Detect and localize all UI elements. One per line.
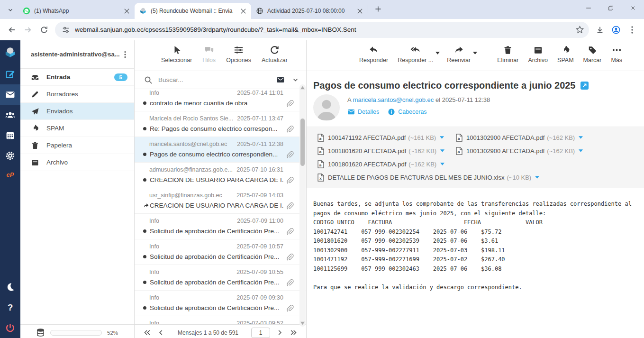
browser-tab[interactable]: (5) Roundcube Webmail :: Envia bbox=[135, 3, 251, 19]
profile-button[interactable] bbox=[608, 22, 624, 38]
browser-toolbar: webmail.sanjuan.gob.ec/cpsess1535909589/… bbox=[0, 19, 644, 41]
search-scope-icon[interactable] bbox=[275, 76, 286, 84]
last-page-button[interactable] bbox=[290, 329, 297, 336]
action-cabeceras[interactable]: Cabeceras bbox=[388, 108, 426, 116]
list-scrollbar[interactable] bbox=[299, 84, 306, 327]
restore-button[interactable] bbox=[599, 0, 622, 16]
attachment-item[interactable]: a 1001801620 AFECTADA.pdf (~162 KB) bbox=[317, 144, 456, 157]
url-text[interactable]: webmail.sanjuan.gob.ec/cpsess1535909589/… bbox=[75, 26, 575, 33]
unread-badge: 5 bbox=[114, 73, 127, 81]
reload-button[interactable] bbox=[36, 22, 52, 38]
tab-close-icon[interactable] bbox=[239, 7, 247, 15]
message-row[interactable]: admusuarios@finanzas.gob.e... 2025-07-10… bbox=[135, 163, 306, 188]
forward-button[interactable] bbox=[20, 22, 36, 38]
message-subject: CREACION DE USUARIO PARA CARGA DE I... bbox=[150, 202, 283, 209]
list-toolbar-hilos[interactable]: Hilos bbox=[200, 45, 218, 64]
message-row[interactable]: Info 2025-07-09 11:00 Solicitud de aprob… bbox=[135, 214, 306, 239]
attachment-menu-icon[interactable] bbox=[440, 149, 444, 152]
contacts-nav-button[interactable] bbox=[0, 105, 20, 125]
attachment-menu-icon[interactable] bbox=[535, 176, 539, 179]
help-button[interactable]: ? bbox=[0, 297, 20, 318]
recipient-email-link[interactable]: maricela.santos@cnel.gob.ec bbox=[353, 96, 434, 103]
open-in-new-window-icon[interactable] bbox=[581, 82, 589, 90]
next-page-button[interactable] bbox=[276, 329, 283, 336]
msg-toolbar-reenviar[interactable]: Reenviar bbox=[444, 45, 477, 64]
site-info-icon[interactable] bbox=[62, 26, 70, 34]
attachment-menu-icon[interactable] bbox=[579, 149, 583, 152]
attachment-item[interactable]: a 1001471192 AFECTADA.pdf (~161 KB) bbox=[317, 131, 456, 144]
folder-item-papelera[interactable]: Papelera bbox=[20, 137, 134, 154]
close-window-button[interactable] bbox=[622, 0, 644, 16]
scroll-up-icon[interactable] bbox=[300, 86, 305, 90]
message-row[interactable]: Info 2025-07-09 09:30 Solicitud de aprob… bbox=[135, 291, 306, 316]
tab-close-icon[interactable] bbox=[356, 7, 364, 15]
page-number-input[interactable]: 1 bbox=[251, 328, 270, 338]
msg-toolbar-spam[interactable]: SPAM bbox=[555, 45, 576, 64]
cpanel-button[interactable]: cP bbox=[0, 166, 20, 183]
address-bar[interactable]: webmail.sanjuan.gob.ec/cpsess1535909589/… bbox=[55, 22, 589, 38]
folder-item-enviados[interactable]: Enviados bbox=[20, 103, 134, 120]
message-row[interactable]: maricela.santos@cnel.gob.ec 2025-07-11 1… bbox=[135, 137, 306, 163]
dark-mode-button[interactable] bbox=[0, 277, 20, 297]
new-tab-button[interactable] bbox=[372, 3, 384, 15]
tab-close-icon[interactable] bbox=[123, 7, 131, 15]
attachment-item[interactable]: x DETALLE DE PAGOS DE FACTURAS DEL MES D… bbox=[317, 171, 539, 184]
minimize-button[interactable] bbox=[577, 0, 599, 16]
folder-label: Papelera bbox=[46, 142, 72, 149]
compose-button[interactable] bbox=[0, 64, 20, 84]
svg-text:x: x bbox=[319, 176, 322, 181]
list-toolbar-opciones[interactable]: Opciones bbox=[224, 45, 253, 64]
message-row[interactable]: Info 2025-07-03 09:52 Solicitud de aprob… bbox=[135, 316, 306, 324]
folder-item-spam[interactable]: SPAM bbox=[20, 120, 134, 137]
settings-nav-button[interactable] bbox=[0, 146, 20, 166]
first-page-button[interactable] bbox=[144, 329, 151, 336]
calendar-nav-button[interactable] bbox=[0, 125, 20, 146]
search-input[interactable] bbox=[157, 76, 272, 84]
scrollbar-thumb[interactable] bbox=[300, 119, 305, 166]
msg-toolbar-responder[interactable]: Responder bbox=[357, 45, 390, 64]
prev-page-button[interactable] bbox=[157, 329, 164, 336]
attachment-item[interactable]: a 1001801620 AFECTADA.pdf (~162 KB) bbox=[317, 157, 456, 171]
folder-options-button[interactable] bbox=[121, 50, 129, 59]
message-row[interactable]: usr_sinfip@finanzas.gob.ec 2025-07-09 14… bbox=[135, 188, 306, 214]
folder-item-borradores[interactable]: Borradores bbox=[20, 86, 134, 103]
msg-toolbar-responder[interactable]: Responder ... bbox=[395, 45, 440, 64]
list-toolbar-seleccionar[interactable]: Seleccionar bbox=[159, 45, 194, 64]
browser-menu-button[interactable] bbox=[624, 22, 640, 38]
msg-toolbar-eliminar[interactable]: Eliminar bbox=[495, 45, 521, 64]
message-row[interactable]: Info 2025-07-09 10:55 Solicitud de aprob… bbox=[135, 265, 306, 291]
scroll-down-icon[interactable] bbox=[300, 321, 305, 325]
folder-item-entrada[interactable]: Entrada 5 bbox=[20, 69, 134, 86]
message-row[interactable]: Info 2025-07-14 11:01 contrato de menor … bbox=[135, 89, 306, 111]
browser-tab[interactable]: Actividad 2025-07-10 08:00:00 bbox=[251, 3, 368, 19]
back-button[interactable] bbox=[4, 22, 20, 38]
message-row[interactable]: Info 2025-07-09 10:57 Solicitud de aprob… bbox=[135, 239, 306, 265]
tab-search-button[interactable] bbox=[4, 3, 17, 17]
svg-text:a: a bbox=[319, 163, 322, 167]
logout-button[interactable] bbox=[0, 318, 20, 338]
roundcube-logo bbox=[0, 40, 20, 64]
search-options-chevron-icon[interactable] bbox=[292, 77, 299, 83]
downloads-button[interactable] bbox=[592, 22, 608, 38]
bookmark-star-icon[interactable] bbox=[575, 25, 584, 34]
folder-item-archivo[interactable]: Archivo bbox=[20, 154, 134, 171]
browser-tab[interactable]: (1) WhatsApp bbox=[18, 3, 135, 19]
list-toolbar-actualizar[interactable]: Actualizar bbox=[260, 45, 290, 64]
attachment-item[interactable]: a 1001302900 AFECTADA.pdf (~162 KB) bbox=[456, 144, 594, 157]
message-row[interactable]: Maricela del Rocio Santos Sie... 2025-07… bbox=[135, 111, 306, 137]
msg-toolbar-más[interactable]: Más bbox=[608, 45, 625, 64]
message-list: Info 2025-07-14 11:01 contrato de menor … bbox=[135, 89, 306, 324]
unread-dot bbox=[143, 306, 146, 310]
attachment-menu-icon[interactable] bbox=[440, 136, 444, 139]
folder-label: SPAM bbox=[46, 125, 64, 132]
caret-down-icon[interactable] bbox=[473, 52, 477, 55]
caret-down-icon[interactable] bbox=[435, 52, 440, 55]
attachment-item[interactable]: a 1001302900 AFECTADA.pdf (~162 KB) bbox=[456, 131, 594, 144]
msg-toolbar-archivo[interactable]: Archivo bbox=[526, 45, 550, 64]
attachment-menu-icon[interactable] bbox=[579, 136, 583, 139]
mail-nav-button[interactable] bbox=[0, 84, 20, 105]
action-detalles[interactable]: Detalles bbox=[347, 108, 379, 116]
msg-toolbar-marcar[interactable]: Marcar bbox=[581, 45, 604, 64]
attachment-size: (~161 KB) bbox=[408, 134, 436, 141]
attachment-menu-icon[interactable] bbox=[440, 163, 444, 165]
